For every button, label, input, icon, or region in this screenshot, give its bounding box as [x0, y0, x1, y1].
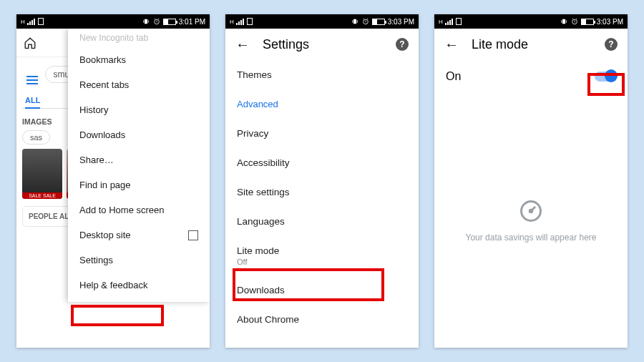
help-icon[interactable]: ?: [396, 38, 409, 51]
chrome-overflow-menu: New Incognito tab Bookmarks Recent tabs …: [68, 29, 210, 302]
hamburger-menu-icon[interactable]: [22, 72, 42, 89]
settings-list: Themes Advanced Privacy Accessibility Si…: [225, 60, 419, 348]
svg-rect-0: [145, 19, 147, 24]
lite-mode-empty-message: Your data savings will appear here: [465, 233, 596, 243]
svg-rect-6: [357, 20, 358, 22]
menu-item-find-in-page[interactable]: Find in page: [68, 172, 210, 197]
sim-card-icon: [247, 18, 253, 25]
battery-icon: [163, 19, 176, 25]
svg-rect-4: [353, 19, 356, 24]
settings-item-themes[interactable]: Themes: [225, 60, 419, 89]
status-bar: H 3:03 PM: [434, 14, 628, 29]
battery-icon: [372, 19, 385, 25]
lite-mode-empty-state: Your data savings will appear here: [434, 93, 628, 348]
svg-rect-5: [352, 20, 353, 22]
page-title: Lite mode: [472, 37, 528, 52]
svg-rect-1: [143, 20, 144, 22]
signal-bars-icon: [445, 18, 453, 25]
desktop-site-checkbox[interactable]: [188, 230, 198, 240]
phone-screenshot-2: H 3:03 PM ← Settings ? Themes Advanced P…: [225, 14, 419, 348]
clock-label: 3:03 PM: [597, 18, 623, 26]
menu-item-help-feedback[interactable]: Help & feedback: [68, 273, 210, 298]
menu-item-desktop-site[interactable]: Desktop site: [68, 222, 210, 248]
settings-item-lite-mode-label: Lite mode: [237, 245, 279, 256]
tab-all[interactable]: ALL: [25, 96, 40, 109]
status-bar: H 3:01 PM: [16, 14, 210, 29]
svg-rect-10: [566, 20, 567, 22]
image-thumbnail[interactable]: SALE SALE: [22, 149, 62, 199]
settings-item-accessibility[interactable]: Accessibility: [225, 148, 419, 177]
back-arrow-icon[interactable]: ←: [444, 37, 459, 52]
menu-header-incognito: New Incognito tab: [68, 33, 210, 47]
home-icon[interactable]: [24, 36, 36, 49]
lite-mode-on-row: On: [434, 60, 628, 93]
settings-item-about-chrome[interactable]: About Chrome: [225, 305, 419, 334]
vibrate-icon: [560, 18, 568, 25]
sim-card-icon: [38, 18, 44, 25]
alarm-icon: [362, 18, 369, 25]
page-title: Settings: [263, 37, 309, 52]
phone-screenshot-1: H 3:01 PM smu ALL IMAGES: [16, 14, 210, 348]
svg-rect-8: [562, 19, 565, 24]
toggle-knob: [605, 69, 618, 82]
settings-item-lite-mode[interactable]: Lite mode Off: [225, 236, 419, 275]
vibrate-icon: [351, 18, 359, 25]
menu-item-share[interactable]: Share…: [68, 147, 210, 172]
clock-label: 3:01 PM: [179, 18, 205, 26]
battery-icon: [581, 19, 594, 25]
lite-mode-toggle[interactable]: [595, 72, 616, 82]
related-chip[interactable]: sas: [22, 130, 50, 145]
network-type-label: H: [230, 19, 233, 25]
sim-card-icon: [456, 18, 462, 25]
status-bar: H 3:03 PM: [225, 14, 419, 29]
network-type-label: H: [439, 19, 442, 25]
settings-item-site-settings[interactable]: Site settings: [225, 177, 419, 207]
phone-screenshot-3: H 3:03 PM ← Lite mode ? On: [434, 14, 628, 348]
settings-item-languages[interactable]: Languages: [225, 207, 419, 236]
help-icon[interactable]: ?: [605, 38, 618, 51]
menu-item-history[interactable]: History: [68, 97, 210, 122]
menu-item-bookmarks[interactable]: Bookmarks: [68, 47, 210, 72]
settings-appbar: ← Settings ?: [225, 29, 419, 60]
clock-label: 3:03 PM: [388, 18, 414, 26]
signal-bars-icon: [27, 18, 35, 25]
menu-item-add-to-home-screen[interactable]: Add to Home screen: [68, 197, 210, 222]
menu-item-recent-tabs[interactable]: Recent tabs: [68, 72, 210, 97]
settings-section-advanced: Advanced: [225, 89, 419, 119]
vibrate-icon: [142, 18, 150, 25]
menu-item-downloads[interactable]: Downloads: [68, 122, 210, 147]
lite-mode-on-label: On: [446, 70, 461, 83]
signal-bars-icon: [236, 18, 244, 25]
settings-item-lite-mode-sub: Off: [237, 258, 407, 266]
alarm-icon: [153, 18, 160, 25]
gauge-icon: [518, 198, 544, 224]
menu-item-settings[interactable]: Settings: [68, 248, 210, 273]
alarm-icon: [571, 18, 578, 25]
settings-item-privacy[interactable]: Privacy: [225, 119, 419, 148]
svg-rect-2: [148, 20, 149, 22]
svg-rect-9: [561, 20, 562, 22]
svg-point-13: [530, 210, 532, 212]
settings-item-downloads[interactable]: Downloads: [225, 275, 419, 305]
network-type-label: H: [21, 19, 24, 25]
back-arrow-icon[interactable]: ←: [235, 37, 250, 52]
litemode-appbar: ← Lite mode ?: [434, 29, 628, 60]
